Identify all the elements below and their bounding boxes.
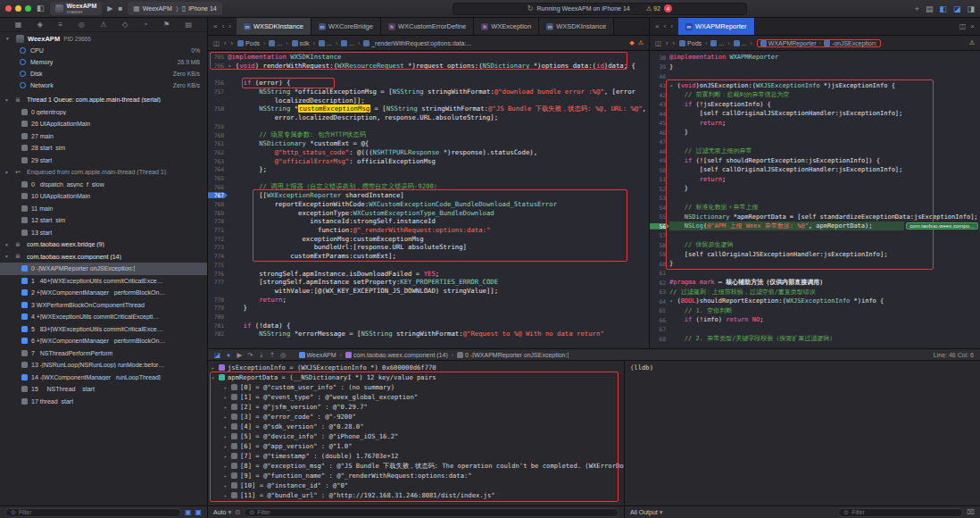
variable-child-row[interactable]: ▸[10] = @"instance_id" : @"0" (208, 480, 624, 490)
thread-row[interactable]: 6 +[WXComponentManager _performBlockOn… (0, 335, 207, 347)
thread-row[interactable]: 26 UIApplicationMain (0, 118, 207, 130)
line-number[interactable]: 773 (208, 244, 228, 250)
line-number[interactable]: 774 (208, 253, 228, 259)
disclosure-open-icon[interactable]: ▾ (6, 36, 12, 41)
line-number[interactable]: 58 (650, 242, 669, 248)
thread-row[interactable]: ▾≣Thread 1 Queue: com.apple.main-thread … (0, 94, 207, 106)
line-number[interactable]: 49 (650, 157, 669, 163)
debug-breadcrumb-item[interactable]: WeexAPM (299, 352, 336, 358)
report-navigator-icon[interactable]: ▤ (186, 21, 193, 29)
back-icon[interactable]: ‹ (224, 39, 227, 47)
step-over-icon[interactable]: ↷ (247, 351, 253, 359)
warning-count-badge[interactable]: ⚠ 92 (646, 5, 660, 13)
clear-console-icon[interactable]: ⌧ (967, 508, 975, 516)
breakpoints-toggle-icon[interactable]: ➧ (226, 351, 231, 359)
debug-navigator-icon[interactable]: ◔ (144, 21, 148, 29)
variable-child-row[interactable]: ▸[8] = @"exception_msg" : @"JS Bundle 下载… (208, 461, 624, 471)
symbol-navigator-icon[interactable]: ≡ (59, 21, 63, 29)
variable-child-row[interactable]: ▸[9] = @"function_name" : @"_renderWithR… (208, 471, 624, 480)
source-editor-wxapmreporter[interactable]: 38@implementation WXAPMReporter39}4041- … (650, 51, 980, 348)
line-number[interactable]: 45 (650, 120, 669, 126)
tab-wxsdkinstance[interactable]: mWXSDKInstance (539, 18, 614, 35)
stop-button[interactable]: ■ (118, 5, 122, 13)
close-split-icon[interactable]: × (970, 22, 975, 30)
line-number[interactable]: 59 (650, 251, 669, 257)
hide-debug-area-icon[interactable]: ◪ (214, 351, 220, 359)
line-number[interactable]: 775 (208, 262, 228, 268)
line-number[interactable]: 42 (650, 92, 669, 98)
thread-row[interactable]: 3 WXPerformBlockOnComponentThread (0, 299, 207, 312)
thread-row[interactable]: 15 __NSThread__start__ (0, 383, 207, 396)
variable-child-row[interactable]: ▸[0] = @"custom_user_info" : (no summary… (208, 382, 624, 392)
thread-row[interactable]: ▾↩Enqueued from com.apple.main-thread (T… (0, 166, 207, 179)
project-chip[interactable]: WeexAPM master (50, 2, 103, 15)
back-icon[interactable]: ‹ (666, 39, 669, 47)
back-icon[interactable]: ‹ (664, 22, 667, 30)
disclosure-closed-icon[interactable]: ▸ (224, 454, 231, 459)
disclosure-closed-icon[interactable]: ▸ (224, 493, 231, 498)
line-number[interactable]: 51 (650, 176, 669, 182)
line-number[interactable]: 772 (208, 236, 228, 242)
flatten-stack-toggle-icon[interactable]: ▣ (185, 508, 192, 516)
line-number[interactable]: 38 (650, 54, 669, 61)
tab-wxcustomerrordefine[interactable]: hWXCustomErrorDefine (381, 18, 474, 35)
breadcrumb-item[interactable]: Pods (237, 40, 260, 46)
line-number[interactable]: 53 (650, 195, 669, 201)
window-minimize-button[interactable] (15, 5, 21, 12)
step-into-icon[interactable]: ⇣ (258, 351, 263, 359)
variable-row[interactable]: ▸jsExceptionInfo = (WXJSExceptionInfo *)… (208, 363, 624, 372)
breadcrumb-item[interactable]: ... (319, 40, 332, 46)
thread-row[interactable]: 0 -[WXAPMReporter onJSException:] (0, 263, 207, 275)
filter-icon[interactable]: ⊙ (235, 508, 240, 516)
breadcrumb-item[interactable]: ... (734, 40, 747, 46)
tab-wxcorebridge[interactable]: mWXCoreBridge (311, 18, 381, 35)
disclosure-closed-icon[interactable]: ▸ (224, 444, 231, 449)
debug-panel-toggle-icon[interactable]: ◪ (953, 4, 961, 13)
line-number[interactable]: 60 (650, 261, 669, 267)
variable-child-row[interactable]: ▸[1] = @"event_type" : @"weex_global_exc… (208, 392, 624, 402)
line-number[interactable]: 48 (650, 148, 669, 155)
breadcrumb-item[interactable]: -onJSException: (824, 40, 877, 46)
thread-row[interactable]: 28 start_sim (0, 142, 207, 155)
line-number[interactable]: 67 (650, 326, 669, 332)
line-number[interactable]: 706 (208, 63, 228, 69)
debug-breadcrumb-item[interactable]: 0 -[WXAPMReporter onJSException:] (457, 352, 569, 358)
line-number[interactable]: 779 (208, 305, 228, 311)
line-number[interactable]: 762 (208, 149, 228, 155)
test-navigator-icon[interactable]: ◇ (122, 21, 128, 29)
tab-wxexception[interactable]: hWXException (474, 18, 539, 35)
thread-row[interactable]: 7 _NSThreadPerformPerform (0, 347, 207, 360)
line-number[interactable]: 52 (650, 186, 669, 192)
thread-row[interactable]: ▾≣com.taobao.weex.component (14) (0, 251, 207, 263)
close-tab-icon[interactable]: × (213, 22, 218, 30)
disclosure-closed-icon[interactable]: ▸ (224, 424, 231, 430)
variable-child-row[interactable]: ▸[3] = @"error_code" : @"-9200" (208, 412, 624, 422)
thread-view-mode-toggle-icon[interactable]: ▣ (195, 508, 202, 516)
breakpoint-indicator[interactable]: 767 (208, 192, 228, 198)
thread-row[interactable]: 0 getentropy (0, 106, 207, 119)
line-number[interactable]: 768 (208, 201, 228, 207)
disclosure-closed-icon[interactable]: ▸ (224, 464, 231, 469)
line-number[interactable]: 44 (650, 111, 669, 117)
window-zoom-button[interactable] (25, 5, 31, 12)
error-count-badge[interactable]: 4 (664, 4, 672, 13)
scheme-selector[interactable]: ▦ WeexAPM ❭ ▯ iPhone 14 (128, 2, 221, 15)
variable-child-row[interactable]: ▸[6] = @"app_version" : @"1.0" (208, 441, 624, 451)
line-number[interactable]: 777 (208, 279, 228, 285)
source-control-navigator-icon[interactable]: ◈ (37, 21, 43, 29)
forward-icon[interactable]: › (231, 39, 234, 47)
breakpoint-navigator-icon[interactable]: ⚑ (163, 21, 170, 29)
continue-icon[interactable]: ▶ (237, 351, 242, 359)
line-number[interactable]: 761 (208, 140, 228, 146)
thread-row[interactable]: ▾≣com.taobao.weex.bridge (9) (0, 238, 207, 251)
line-number[interactable]: 46 (650, 130, 669, 136)
thread-row[interactable]: 0 _dispatch_async_f_slow (0, 179, 207, 191)
disclosure-closed-icon[interactable]: ▸ (224, 483, 231, 489)
thread-row[interactable]: 13 -[NSRunLoop(NSRunLoop) runMode:befor… (0, 359, 207, 372)
source-editor-wxsdkinstance[interactable]: 705@implementation WXSDKInstance706- (vo… (208, 51, 650, 348)
thread-row[interactable]: 10 UIApplicationMain (0, 190, 207, 203)
back-icon[interactable]: ‹ (222, 22, 225, 30)
process-row[interactable]: ▾ WeexAPM PID 29666 (0, 32, 207, 45)
disclosure-closed-icon[interactable]: ▸ (212, 365, 219, 371)
issue-navigator-icon[interactable]: ⚠ (100, 21, 106, 29)
